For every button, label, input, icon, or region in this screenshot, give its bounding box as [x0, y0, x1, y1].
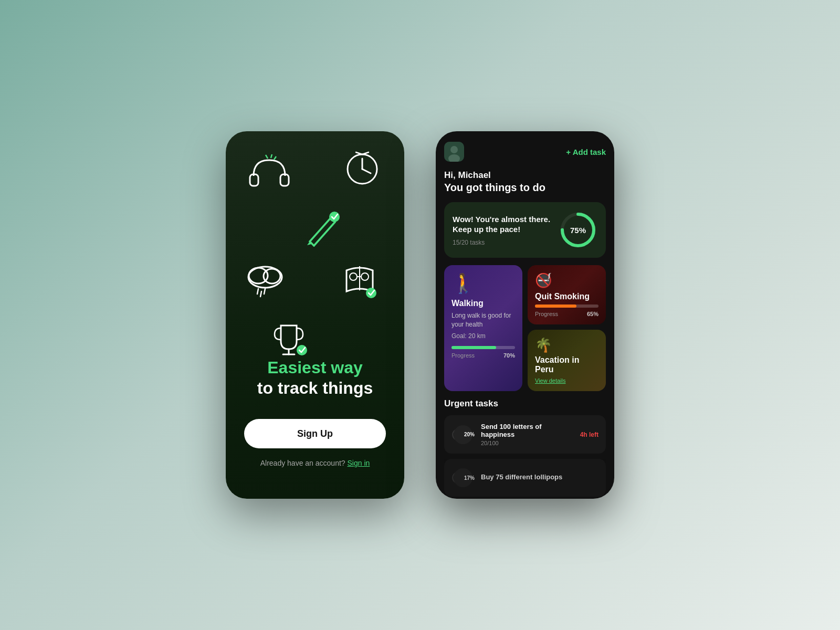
- svg-line-9: [362, 152, 369, 154]
- walking-icon: 🚶: [452, 272, 515, 295]
- task-circle-1: 20%: [452, 423, 475, 446]
- svg-point-15: [248, 267, 282, 288]
- svg-point-23: [361, 273, 369, 280]
- trophy-icon: [265, 318, 312, 360]
- task-info-2: Buy 75 different lollipops: [481, 473, 598, 482]
- walking-title: Walking: [452, 299, 515, 308]
- circle-percentage: 75%: [570, 226, 586, 235]
- svg-point-22: [350, 273, 357, 280]
- svg-line-4: [274, 156, 276, 160]
- task-pct-1: 20%: [464, 432, 475, 437]
- svg-line-20: [260, 291, 261, 297]
- svg-point-25: [366, 288, 376, 298]
- progress-message: Wow! You're almost there. Keep up the pa…: [453, 214, 559, 235]
- vacation-icon: 🌴: [535, 337, 598, 353]
- avatar-image: [444, 142, 464, 162]
- cloud-icon: [242, 257, 289, 299]
- svg-line-8: [356, 152, 362, 154]
- progress-tasks: 15/20 tasks: [453, 239, 559, 246]
- quit-smoking-pct: 65%: [587, 311, 598, 317]
- svg-line-13: [310, 242, 314, 246]
- task-time-1: 4h left: [580, 431, 598, 438]
- right-column: 🚭 Quit Smoking Progress 65% 🌴 Vacation i…: [528, 265, 606, 391]
- task-title-1: Send 100 letters of happiness: [481, 423, 574, 438]
- vacation-title: Vacation in Peru: [535, 355, 598, 374]
- svg-line-19: [264, 289, 265, 294]
- already-account-text: Already have an account? Sign in: [244, 459, 386, 467]
- task-item[interactable]: 20% Send 100 letters of happiness 20/100…: [444, 415, 606, 454]
- quit-smoking-title: Quit Smoking: [535, 292, 598, 301]
- svg-line-18: [257, 289, 258, 294]
- task-circle-2: 17%: [452, 466, 475, 489]
- svg-rect-0: [250, 174, 258, 186]
- walking-desc: Long walk is good for your health: [452, 311, 515, 329]
- walking-progress-pct: 70%: [503, 352, 515, 359]
- tagline-green: Easiest way: [244, 358, 386, 377]
- sign-in-link[interactable]: Sign in: [347, 459, 370, 467]
- walking-progress-bar: [452, 346, 515, 349]
- svg-rect-1: [280, 174, 289, 186]
- quit-smoking-progress-bar: [535, 304, 598, 308]
- walking-goal: Goal: 20 km: [452, 332, 515, 340]
- svg-line-10: [310, 218, 331, 242]
- cards-grid: 🚶 Walking Long walk is good for your hea…: [444, 265, 606, 391]
- circle-progress: 75%: [559, 211, 597, 249]
- clock-icon: [340, 147, 382, 186]
- book-icon: [339, 260, 381, 302]
- vacation-card[interactable]: 🌴 Vacation in Peru View details: [528, 330, 606, 391]
- view-details-link[interactable]: View details: [535, 377, 598, 384]
- svg-point-17: [264, 269, 280, 284]
- svg-point-30: [450, 146, 458, 153]
- task-sub-1: 20/100: [481, 440, 574, 446]
- avatar[interactable]: [444, 142, 464, 162]
- left-phone-bottom: Easiest way to track things Sign Up Alre…: [244, 358, 386, 467]
- svg-line-3: [271, 154, 272, 158]
- right-phone: + Add task Hi, Michael You got things to…: [436, 131, 614, 499]
- walking-progress-row: Progress 70%: [452, 352, 515, 359]
- svg-line-7: [362, 169, 371, 173]
- svg-point-16: [249, 268, 268, 284]
- quit-smoking-fill: [535, 304, 576, 308]
- signup-button[interactable]: Sign Up: [244, 419, 386, 448]
- add-task-button[interactable]: + Add task: [566, 148, 606, 156]
- svg-point-5: [348, 154, 377, 184]
- progress-text-area: Wow! You're almost there. Keep up the pa…: [453, 214, 559, 246]
- task-info-1: Send 100 letters of happiness 20/100: [481, 423, 574, 446]
- urgent-tasks-title: Urgent tasks: [444, 398, 606, 409]
- tagline-white: to track things: [244, 378, 386, 398]
- walking-progress-fill: [452, 346, 496, 349]
- walking-progress-label: Progress: [452, 352, 475, 359]
- greeting-subtitle: You got things to do: [444, 182, 606, 194]
- greeting-name: Michael: [458, 170, 490, 180]
- quit-smoking-progress-row: Progress 65%: [535, 311, 598, 317]
- quit-smoking-label: Progress: [535, 311, 558, 317]
- quit-smoking-icon: 🚭: [535, 272, 598, 289]
- left-phone: Easiest way to track things Sign Up Alre…: [226, 131, 404, 499]
- svg-line-2: [266, 155, 268, 159]
- svg-point-28: [297, 345, 307, 355]
- svg-line-11: [331, 218, 335, 222]
- progress-card: Wow! You're almost there. Keep up the pa…: [444, 202, 606, 258]
- walking-card[interactable]: 🚶 Walking Long walk is good for your hea…: [444, 265, 522, 391]
- task-title-2: Buy 75 different lollipops: [481, 473, 598, 481]
- quit-smoking-card[interactable]: 🚭 Quit Smoking Progress 65%: [528, 265, 606, 324]
- task-pct-2: 17%: [464, 475, 475, 481]
- headphones-icon: [246, 152, 293, 194]
- greeting-hi: Hi, Michael: [444, 170, 606, 181]
- task-item-2[interactable]: 17% Buy 75 different lollipops: [444, 459, 606, 497]
- pencil-icon: [302, 207, 344, 249]
- svg-point-14: [329, 212, 340, 222]
- svg-line-12: [314, 222, 335, 246]
- app-header: + Add task: [444, 142, 606, 162]
